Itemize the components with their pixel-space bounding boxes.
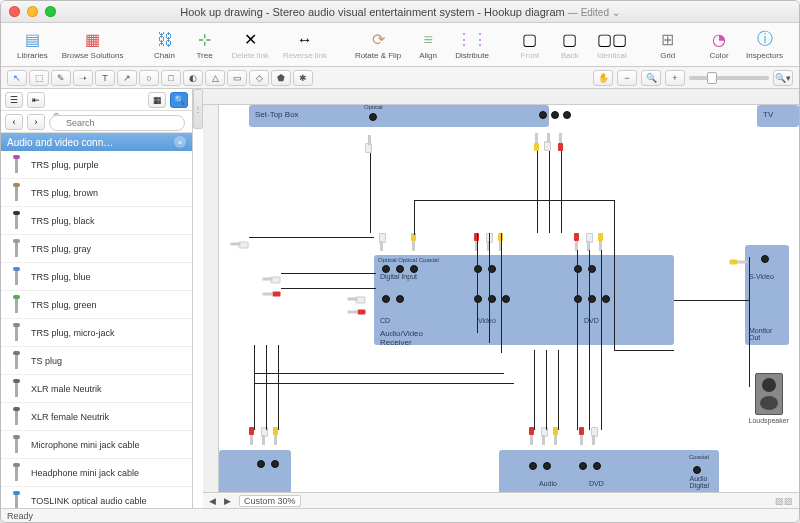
zoom-menu-button[interactable]: 🔍▾ bbox=[773, 70, 793, 86]
connector-toslink[interactable] bbox=[367, 135, 372, 153]
library-item[interactable]: TRS plug, purple bbox=[1, 151, 192, 179]
draw-tool-13[interactable]: ✱ bbox=[293, 70, 313, 86]
connector-rca-yellow[interactable] bbox=[598, 233, 603, 251]
library-item[interactable]: TS plug bbox=[1, 347, 192, 375]
library-item-label: TRS plug, black bbox=[31, 216, 95, 226]
rotate-flip-button[interactable]: ⟳Rotate & Flip bbox=[349, 30, 407, 60]
grid-button[interactable]: ⊞Grid bbox=[649, 30, 687, 60]
device-left-edge[interactable] bbox=[219, 450, 291, 492]
drawing-canvas[interactable]: Set-Top Box Optical TV bbox=[219, 105, 799, 492]
library-item[interactable]: Headphone mini jack cable bbox=[1, 459, 192, 487]
close-category-icon[interactable]: × bbox=[174, 136, 186, 148]
draw-tool-9[interactable]: △ bbox=[205, 70, 225, 86]
sidebar-next-icon[interactable]: › bbox=[27, 114, 45, 130]
device-set-top-box[interactable]: Set-Top Box Optical bbox=[249, 105, 549, 127]
draw-tool-6[interactable]: ○ bbox=[139, 70, 159, 86]
main-toolbar: ▤Libraries▦Browse Solutions⛓Chain⊹Tree✕D… bbox=[1, 23, 799, 67]
sidebar-collapse-handle[interactable]: ⋮ bbox=[193, 89, 203, 129]
connector-rca-white[interactable] bbox=[591, 427, 596, 445]
align-button[interactable]: ≡Align bbox=[409, 30, 447, 60]
draw-tool-10[interactable]: ▭ bbox=[227, 70, 247, 86]
sidebar-view-grid-icon[interactable]: ▦ bbox=[148, 92, 166, 108]
connector-white[interactable] bbox=[348, 297, 366, 302]
close-icon[interactable] bbox=[9, 6, 20, 17]
sidebar-prev-icon[interactable]: ‹ bbox=[5, 114, 23, 130]
connector-rca-yellow[interactable] bbox=[534, 133, 539, 151]
wire bbox=[254, 345, 255, 430]
device-tv[interactable]: TV bbox=[757, 105, 799, 127]
page-nav-prev[interactable]: ◀ bbox=[209, 496, 216, 506]
sidebar-search-toggle-icon[interactable]: 🔍 bbox=[170, 92, 188, 108]
library-item[interactable]: TRS plug, black bbox=[1, 207, 192, 235]
connector-white[interactable] bbox=[263, 277, 281, 282]
connector-white[interactable] bbox=[231, 242, 249, 247]
library-item[interactable]: Microphone mini jack cable bbox=[1, 431, 192, 459]
library-item[interactable]: TRS plug, blue bbox=[1, 263, 192, 291]
scroll-handle-icon[interactable]: ▨▨ bbox=[775, 496, 793, 506]
zoom-tool-icon[interactable]: 🔍 bbox=[641, 70, 661, 86]
connector-optical[interactable] bbox=[379, 233, 384, 251]
zoom-in-button[interactable]: + bbox=[665, 70, 685, 86]
zoom-slider[interactable] bbox=[689, 76, 769, 80]
library-item[interactable]: TRS plug, micro-jack bbox=[1, 319, 192, 347]
draw-tool-7[interactable]: □ bbox=[161, 70, 181, 86]
zoom-icon[interactable] bbox=[45, 6, 56, 17]
distribute-button[interactable]: ⋮⋮Distribute bbox=[449, 30, 495, 60]
wire bbox=[674, 300, 749, 301]
draw-tool-1[interactable]: ⬚ bbox=[29, 70, 49, 86]
library-item[interactable]: XLR male Neutrik bbox=[1, 375, 192, 403]
connector-rca-red[interactable] bbox=[574, 233, 579, 251]
reverse-link-button[interactable]: ↔Reverse link bbox=[277, 30, 333, 60]
device-monitor-out[interactable]: S-Video Monitor Out bbox=[745, 245, 789, 345]
draw-tool-11[interactable]: ◇ bbox=[249, 70, 269, 86]
draw-tool-5[interactable]: ↗ bbox=[117, 70, 137, 86]
toolbar-label: Front bbox=[521, 51, 540, 60]
inspectors-button[interactable]: ⓘInspectors bbox=[740, 30, 789, 60]
wire bbox=[489, 233, 490, 343]
connector-rca-white[interactable] bbox=[546, 133, 551, 151]
chain-button[interactable]: ⛓Chain bbox=[146, 30, 184, 60]
library-item[interactable]: TRS plug, green bbox=[1, 291, 192, 319]
zoom-out-button[interactable]: − bbox=[617, 70, 637, 86]
connector-rca-yellow[interactable] bbox=[730, 260, 748, 265]
color-button[interactable]: ◔Color bbox=[700, 30, 738, 60]
library-category-header[interactable]: Audio and video conn… × bbox=[1, 133, 192, 151]
draw-tool-8[interactable]: ◐ bbox=[183, 70, 203, 86]
sidebar-view-list-icon[interactable]: ☰ bbox=[5, 92, 23, 108]
minimize-icon[interactable] bbox=[27, 6, 38, 17]
connector-coax-yellow[interactable] bbox=[411, 233, 416, 251]
page-nav-next[interactable]: ▶ bbox=[224, 496, 231, 506]
back-button[interactable]: ▢Back bbox=[551, 30, 589, 60]
sidebar-view-collapse-icon[interactable]: ⇤ bbox=[27, 92, 45, 108]
draw-tool-4[interactable]: T bbox=[95, 70, 115, 86]
connector-rca-red[interactable] bbox=[558, 133, 563, 151]
connector-red[interactable] bbox=[348, 310, 366, 315]
wire bbox=[577, 250, 578, 430]
library-item[interactable]: TOSLINK optical audio cable bbox=[1, 487, 192, 508]
draw-tool-3[interactable]: ➝ bbox=[73, 70, 93, 86]
connector-rca-red[interactable] bbox=[579, 427, 584, 445]
connector-rca-white[interactable] bbox=[586, 233, 591, 251]
hand-tool[interactable]: ✋ bbox=[593, 70, 613, 86]
libraries-button[interactable]: ▤Libraries bbox=[11, 30, 54, 60]
library-item[interactable]: TRS plug, brown bbox=[1, 179, 192, 207]
reverse-link-icon: ↔ bbox=[295, 30, 315, 50]
delete-link-button[interactable]: ✕Delete link bbox=[226, 30, 275, 60]
identical-button[interactable]: ▢▢Identical bbox=[591, 30, 633, 60]
device-av-receiver[interactable]: Optical Optical Coaxial Digital Input CD… bbox=[374, 255, 674, 345]
library-item-list[interactable]: TRS plug, purpleTRS plug, brownTRS plug,… bbox=[1, 151, 192, 508]
tree-button[interactable]: ⊹Tree bbox=[186, 30, 224, 60]
connector-red[interactable] bbox=[263, 292, 281, 297]
draw-tool-12[interactable]: ⬟ bbox=[271, 70, 291, 86]
library-item[interactable]: XLR female Neutrik bbox=[1, 403, 192, 431]
device-loudspeaker[interactable] bbox=[755, 373, 783, 415]
search-input[interactable] bbox=[49, 115, 185, 131]
browse-solutions-button[interactable]: ▦Browse Solutions bbox=[56, 30, 130, 60]
zoom-display[interactable]: Custom 30% bbox=[239, 495, 301, 507]
library-item[interactable]: TRS plug, gray bbox=[1, 235, 192, 263]
tree-icon: ⊹ bbox=[195, 30, 215, 50]
draw-tool-2[interactable]: ✎ bbox=[51, 70, 71, 86]
device-audio-digital[interactable]: Audio DVD Audio Digital Coaxial bbox=[499, 450, 719, 492]
draw-tool-0[interactable]: ↖ bbox=[7, 70, 27, 86]
front-button[interactable]: ▢Front bbox=[511, 30, 549, 60]
